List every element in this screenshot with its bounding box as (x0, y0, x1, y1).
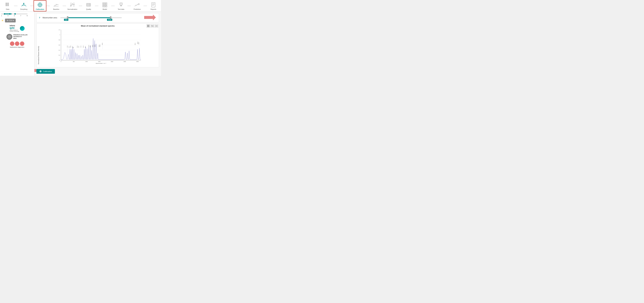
svg-rect-3 (6, 6, 7, 6)
toolbar-item-calibration[interactable]: Calibration (34, 0, 46, 12)
toolbar-item-normalization[interactable]: Normalization (66, 0, 79, 12)
toolbar-item-baseline[interactable]: Baseline (50, 0, 63, 12)
csv-label: CSV ▾ (9, 20, 14, 22)
svg-text:0: 0 (61, 61, 61, 62)
svg-rect-46 (148, 26, 149, 27)
svg-rect-1 (6, 4, 7, 4)
toolbar-item-despiking[interactable]: Despiking (18, 0, 30, 12)
svg-rect-45 (147, 26, 148, 27)
svg-text:887.9: 887.9 (83, 46, 84, 48)
slider-row: 1 3 5 7 9 (1, 13, 33, 17)
svg-text:390.9: 390.9 (70, 46, 71, 48)
slider-label-7: 7 (20, 15, 21, 17)
csv-icon-btn[interactable]: CSV (155, 24, 158, 28)
svg-text:500: 500 (73, 61, 75, 62)
chart-icons: PNG CSV (146, 24, 158, 28)
svg-text:3102.4: 3102.4 (138, 42, 139, 44)
toolbar-item-prediction[interactable]: Prediction (131, 0, 144, 12)
svg-text:FSU: FSU (9, 36, 10, 37)
chart-svg-container: 0 0.2 0.4 0.6 0.8 1 1.2 0 500 1000 1500 … (40, 28, 158, 64)
svg-text:0: 0 (60, 60, 60, 61)
svg-text:2500: 2500 (124, 61, 126, 62)
calibration-button[interactable]: Calibration (36, 69, 55, 74)
toolbar-item-testdata[interactable]: Test data (114, 0, 128, 12)
chart-panel: Mean of normalized standard spectra PNG … (36, 24, 159, 67)
svg-text:465.1: 465.1 (72, 46, 73, 48)
svg-marker-42 (144, 15, 156, 20)
svg-rect-2 (6, 5, 7, 5)
svg-rect-7 (7, 6, 9, 6)
svg-text:1371.5: 1371.5 (95, 45, 96, 47)
png-icon-btn[interactable]: PNG (150, 24, 154, 28)
range-max-value: 3100 (107, 19, 112, 21)
bio-circle-2 (15, 42, 19, 46)
svg-text:0.8: 0.8 (58, 39, 60, 41)
svg-text:1000: 1000 (85, 61, 88, 62)
slider-track[interactable] (1, 14, 28, 14)
slider-label-9: 9 (27, 15, 28, 17)
svg-text:797.2: 797.2 (80, 46, 82, 48)
connector-1 (14, 6, 18, 6)
svg-text:1168.5: 1168.5 (90, 45, 91, 48)
prediction-icon (134, 2, 140, 8)
svg-text:0.6: 0.6 (58, 44, 60, 46)
connector-2 (30, 6, 34, 6)
chart-area: Normalized Raman intensity (38, 28, 158, 64)
connector-4 (63, 6, 66, 6)
normalization-icon (69, 2, 76, 8)
brightness-icon: ☀ (1, 19, 4, 22)
bio-circles (10, 42, 24, 46)
svg-text:1323.9: 1323.9 (94, 45, 94, 47)
svg-rect-4 (7, 3, 9, 3)
toolbar-label-calibration: Calibration (36, 8, 44, 10)
data-icon (4, 2, 11, 8)
logo-area: leibniz ipht Leibniz Institute ofPhotoni… (1, 25, 33, 48)
slider-label-5: 5 (14, 15, 15, 17)
svg-rect-31 (104, 6, 106, 7)
leibniz-circle (20, 26, 24, 31)
uni-seal: FSU (6, 34, 12, 40)
csv-button[interactable]: ⚙ CSV ▾ (5, 19, 16, 23)
help-icon: ? (39, 17, 40, 19)
range-slider[interactable]: 200 3100 (60, 15, 122, 21)
toolbar-item-reports[interactable]: Reports (147, 0, 160, 12)
svg-rect-26 (106, 3, 107, 4)
toolbar-item-model[interactable]: Model (98, 0, 111, 12)
leibniz-logo: leibniz ipht Leibniz Institute ofPhotoni… (10, 25, 24, 32)
bio-circle-3 (20, 42, 24, 46)
svg-rect-35 (152, 3, 155, 7)
grid-icon-btn[interactable] (146, 24, 150, 28)
svg-rect-32 (106, 6, 107, 7)
content-area: ? Wavenumber area : 200 3100 (34, 12, 161, 76)
svg-text:2931.1: 2931.1 (135, 43, 136, 45)
toolbar-item-quality[interactable]: Quality (82, 0, 95, 12)
wavenumber-panel: ? Wavenumber area : 200 3100 (36, 13, 159, 22)
svg-point-34 (120, 5, 122, 6)
reports-icon (150, 2, 156, 8)
svg-text:1515.1: 1515.1 (99, 45, 100, 47)
svg-point-98 (40, 71, 41, 72)
sidebar-controls: ☀ ⚙ CSV ▾ (1, 19, 33, 23)
toolbar-item-data[interactable]: Data (1, 0, 14, 12)
toolbar-label-baseline: Baseline (53, 8, 59, 10)
model-icon (102, 2, 108, 8)
sidebar: 1 3 5 7 9 ☀ ⚙ CSV ▾ leibniz ipht (0, 12, 34, 76)
y-axis-label: Normalized Raman intensity (38, 28, 39, 64)
svg-rect-27 (102, 4, 104, 6)
biophotonics-logo: biophotonics diagnostics (10, 42, 24, 48)
svg-point-11 (40, 5, 40, 5)
svg-rect-0 (6, 3, 7, 3)
toolbar-label-model: Model (102, 8, 107, 10)
svg-rect-43 (147, 25, 148, 26)
connector-3 (46, 6, 50, 6)
connector-7 (111, 6, 114, 6)
toolbar-label-normalization: Normalization (68, 8, 77, 10)
toolbar-label-data: Data (6, 8, 9, 10)
toolbar-label-despiking: Despiking (20, 8, 27, 10)
chart-title: Mean of normalized standard spectra (38, 25, 158, 27)
svg-rect-6 (7, 5, 9, 5)
slider-labels: 1 3 5 7 9 (1, 15, 28, 17)
wavenumber-label: Wavenumber area : (42, 17, 58, 19)
connector-5 (79, 6, 82, 6)
svg-text:1.2: 1.2 (58, 29, 60, 31)
